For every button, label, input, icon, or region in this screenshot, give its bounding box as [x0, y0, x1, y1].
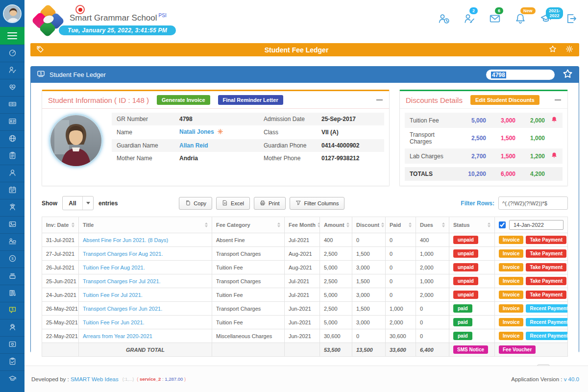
- sidebar-item-clipboard[interactable]: [0, 147, 24, 165]
- copy-button[interactable]: Copy: [179, 197, 212, 210]
- invoice-button[interactable]: Invoice: [499, 304, 523, 313]
- invoice-button[interactable]: Invoice: [499, 332, 523, 340]
- sidebar-item-health[interactable]: [0, 79, 24, 96]
- edit-discounts-button[interactable]: Edit Student Discounts: [470, 95, 539, 105]
- sidebar-item-student[interactable]: [0, 165, 24, 182]
- fee-title-link[interactable]: Tuition Fee For Jun 2021.: [83, 319, 145, 325]
- topbar: Smart Grammar SchoolPSI Tue, January 25,…: [24, 0, 588, 43]
- invoice-button[interactable]: Invoice: [499, 277, 523, 285]
- graduation-cap-button[interactable]: 2021-2022: [540, 13, 552, 26]
- col-header-status[interactable]: Status: [449, 217, 495, 233]
- filter-columns-button[interactable]: Filter Columns: [290, 197, 345, 210]
- collapse-icon[interactable]: [555, 97, 562, 103]
- invoice-button[interactable]: Invoice: [499, 263, 523, 271]
- fee-title-link[interactable]: Transport Charges For Aug 2021.: [83, 251, 163, 257]
- sidebar-item-fees-note[interactable]: [0, 96, 24, 113]
- fee-month: Jul-2021: [285, 274, 320, 288]
- sidebar-item-support[interactable]: [0, 319, 24, 336]
- invoice-button[interactable]: Invoice: [499, 236, 523, 244]
- take-payment-button[interactable]: Take Payment: [526, 263, 566, 271]
- user-avatar[interactable]: [3, 4, 22, 23]
- take-payment-button[interactable]: Take Payment: [526, 291, 566, 299]
- take-payment-button[interactable]: Take Payment: [526, 236, 566, 244]
- user-edit-button[interactable]: 2: [464, 13, 475, 26]
- fee-title-link[interactable]: Tuition Fee For Jul 2021.: [83, 292, 143, 298]
- discount: 3,000: [352, 261, 386, 274]
- sidebar-item-dashboard[interactable]: [0, 45, 24, 62]
- col-header-paid[interactable]: Paid: [386, 217, 416, 233]
- invoice-button[interactable]: Invoice: [499, 249, 523, 258]
- gr-search-input[interactable]: 4798: [486, 70, 555, 80]
- envelope-button[interactable]: 6: [489, 13, 501, 26]
- col-header-title[interactable]: Title: [79, 217, 212, 233]
- sidebar-item-health-card[interactable]: [0, 336, 24, 353]
- fee-title-link[interactable]: Transport Charges For Jul 2021.: [83, 278, 161, 284]
- date-filter-input[interactable]: 14-Jan-2022: [509, 220, 564, 230]
- field-value[interactable]: Natali Jones: [179, 128, 264, 136]
- fee-category: Miscellaneous Charges: [212, 329, 285, 343]
- col-header-dues[interactable]: Dues: [416, 217, 449, 233]
- col-header-discount[interactable]: Discount: [352, 217, 386, 233]
- recent-payment-button[interactable]: Recent Payment: [526, 318, 567, 326]
- main-area: Smart Grammar SchoolPSI Tue, January 25,…: [24, 0, 588, 392]
- paid: 0: [386, 274, 416, 288]
- col-header-amount[interactable]: Amount: [320, 217, 352, 233]
- sidebar-item-staff[interactable]: [0, 199, 24, 216]
- sms-notice-button[interactable]: SMS Notice: [453, 345, 488, 354]
- tag-icon: [36, 45, 44, 55]
- filter-rows-input[interactable]: [498, 196, 568, 210]
- sidebar-nav: $$: [0, 45, 24, 388]
- show-label: Show: [42, 200, 57, 207]
- sidebar-item-student-edit[interactable]: [0, 62, 24, 79]
- logout-button[interactable]: [565, 13, 577, 26]
- excel-button[interactable]: Excel: [216, 197, 250, 210]
- graduation-cap-icon: [8, 374, 17, 385]
- fee-title-link[interactable]: Arrears from Year 2020-2021: [83, 333, 152, 339]
- col-header-fee-category[interactable]: Fee Category: [212, 217, 285, 233]
- discounts-card: Discounts Details Edit Student Discounts…: [399, 90, 568, 186]
- sidebar-item-id-card[interactable]: [0, 113, 24, 130]
- user-clock-button[interactable]: [438, 13, 450, 26]
- panel-star-icon[interactable]: [563, 69, 573, 81]
- generate-invoice-button[interactable]: Generate Invoice: [157, 95, 210, 105]
- sidebar-item-attendance[interactable]: [0, 182, 24, 199]
- sidebar-item-gallery[interactable]: [0, 216, 24, 233]
- favorite-star-icon[interactable]: [549, 45, 557, 55]
- fee-title-link[interactable]: Transport Charges For Jun 2021.: [83, 306, 162, 312]
- sidebar-item-library[interactable]: [0, 285, 24, 302]
- field-value[interactable]: Allan Reid: [179, 142, 264, 149]
- settings-gears-icon[interactable]: [565, 45, 573, 55]
- bell-button[interactable]: New: [514, 13, 526, 26]
- sort-icon: [205, 222, 208, 227]
- final-reminder-button[interactable]: Final Reminder Letter: [218, 95, 283, 105]
- dues: 2,000: [416, 261, 449, 274]
- sort-icon: [318, 222, 320, 227]
- sidebar-item-tasks[interactable]: [0, 353, 24, 370]
- take-payment-button[interactable]: Take Payment: [526, 249, 566, 258]
- print-button[interactable]: Print: [254, 197, 286, 210]
- invoice-button[interactable]: Invoice: [499, 318, 523, 326]
- sidebar-item-fee-ledger[interactable]: $: [0, 302, 24, 319]
- sidebar-item-classroom[interactable]: [0, 233, 24, 250]
- sidebar-item-fee-receive[interactable]: $: [0, 250, 24, 268]
- sidebar-item-academics[interactable]: [0, 370, 24, 388]
- take-payment-button[interactable]: Take Payment: [526, 277, 566, 285]
- fee-title-link[interactable]: Absent Fine For Jun 2021. (8 Days): [83, 237, 168, 243]
- sidebar: $$: [0, 0, 24, 392]
- fee-month: Aug-2021: [285, 247, 320, 261]
- recent-payment-button[interactable]: Recent Payment: [526, 332, 567, 340]
- col-header-fee-month[interactable]: Fee Month: [285, 217, 320, 233]
- sidebar-item-birthday[interactable]: [0, 268, 24, 285]
- recent-payment-button[interactable]: Recent Payment: [526, 304, 567, 313]
- page-length-select[interactable]: All: [62, 196, 94, 210]
- invoice-button[interactable]: Invoice: [499, 291, 523, 299]
- date-filter-checkbox[interactable]: [499, 221, 506, 228]
- menu-toggle-button[interactable]: [0, 27, 24, 45]
- fee-title-link[interactable]: Tuition Fee For Aug 2021.: [83, 265, 145, 270]
- filter-rows-label[interactable]: Filter Rows:: [461, 200, 494, 207]
- col-header-inv-date[interactable]: Inv: Date: [42, 217, 79, 233]
- sidebar-item-web-portal[interactable]: [0, 130, 24, 147]
- collapse-icon[interactable]: [376, 97, 383, 103]
- developer-link[interactable]: SMART Web Ideas: [71, 376, 119, 382]
- fee-voucher-button[interactable]: Fee Voucher: [499, 345, 536, 354]
